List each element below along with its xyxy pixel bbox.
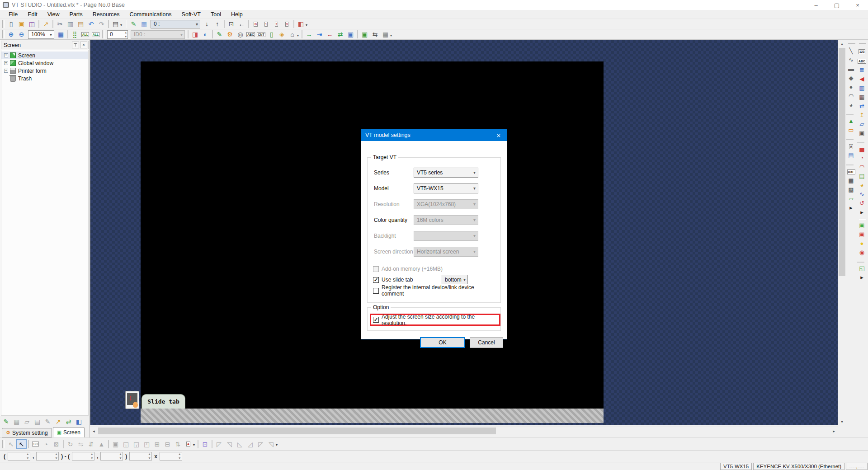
menu-edit[interactable]: Edit bbox=[23, 10, 42, 19]
slide-tab-handle-icon[interactable]: ↕ bbox=[125, 391, 139, 409]
text-display-part[interactable]: ABC bbox=[857, 56, 867, 66]
scroll-up-icon[interactable]: ▴ bbox=[838, 40, 846, 47]
scroll-right-icon[interactable]: ▸ bbox=[830, 427, 838, 435]
table-tool[interactable]: ▦ bbox=[846, 176, 856, 185]
panel-close-icon[interactable]: × bbox=[80, 42, 87, 48]
transfer-from-vt-button[interactable]: ← bbox=[325, 30, 335, 39]
vertical-scrollbar[interactable]: ▴ ▾ bbox=[838, 40, 845, 425]
interlock-switch-part[interactable]: ▣ bbox=[857, 230, 867, 239]
dxf-tool[interactable]: DXF bbox=[846, 167, 856, 176]
cancel-button[interactable]: Cancel bbox=[470, 337, 503, 348]
meter-part[interactable]: ◔ bbox=[857, 154, 867, 163]
vt-monitor-button[interactable]: ▣ bbox=[345, 30, 356, 39]
object-select-button[interactable]: ⊡ bbox=[226, 19, 236, 29]
x2-spinner[interactable] bbox=[72, 452, 94, 461]
select-special-button[interactable]: ↖ bbox=[6, 439, 16, 449]
resolution-select[interactable]: XGA(1024x768) bbox=[414, 199, 478, 209]
register-device-comment-checkbox[interactable] bbox=[373, 288, 379, 294]
addon-memory-checkbox[interactable] bbox=[373, 266, 379, 272]
layer-base-button[interactable]: B bbox=[250, 19, 261, 29]
export-screen-button[interactable]: ↗ bbox=[53, 417, 63, 426]
select-frame-button[interactable]: ◹ bbox=[224, 439, 235, 449]
buzzer-part[interactable]: ◀ bbox=[857, 75, 867, 84]
snap-parts-button[interactable]: ⣿ bbox=[70, 30, 80, 39]
x1-spinner[interactable] bbox=[8, 452, 30, 461]
redo-button[interactable]: ↷ bbox=[96, 19, 107, 29]
switch-part[interactable]: ▣ bbox=[857, 221, 867, 230]
print-button[interactable]: ▤ bbox=[110, 19, 121, 29]
screen-direction-select[interactable]: Horizontal screen bbox=[414, 247, 478, 257]
select-screen-button[interactable]: ◿ bbox=[245, 439, 255, 449]
menu-file[interactable]: File bbox=[4, 10, 23, 19]
communication-setting-button[interactable]: ⇆ bbox=[370, 30, 380, 39]
select-mode-button[interactable]: ◹ bbox=[266, 439, 276, 449]
more-graph-parts-button[interactable]: ▸ bbox=[857, 208, 867, 217]
flip-vertical-button[interactable]: ⇵ bbox=[86, 439, 96, 449]
copy-screen-button[interactable]: ▱ bbox=[22, 417, 32, 426]
align-button[interactable]: ▲ bbox=[96, 439, 107, 449]
model-select[interactable]: VT5-WX15 bbox=[414, 183, 478, 193]
memo-tool[interactable]: ▤ bbox=[846, 151, 856, 160]
move-up-button[interactable]: ↑ bbox=[212, 19, 222, 29]
scroll-left-icon[interactable]: ◂ bbox=[90, 427, 98, 435]
send-to-back-button[interactable]: ◰ bbox=[142, 439, 152, 449]
select-group-button[interactable]: ◸ bbox=[255, 439, 266, 449]
library-button[interactable]: ◈ bbox=[277, 30, 287, 39]
polyline-tool[interactable]: ∿ bbox=[846, 56, 856, 65]
sector-tool[interactable]: ◕ bbox=[846, 101, 856, 110]
align-all-horizontal-button[interactable]: ALL bbox=[80, 30, 90, 39]
menu-help[interactable]: Help bbox=[226, 10, 248, 19]
rotate-button[interactable]: ↻ bbox=[65, 439, 75, 449]
menu-resources[interactable]: Resources bbox=[88, 10, 125, 19]
select-area-button[interactable]: ◺ bbox=[235, 439, 245, 449]
multi-unit-button[interactable]: ▦ bbox=[380, 30, 391, 39]
menu-parts[interactable]: Parts bbox=[65, 10, 88, 19]
system-setting-button[interactable]: ⚙ bbox=[225, 30, 235, 39]
scatter-graph-part[interactable]: ↺ bbox=[857, 199, 867, 208]
rectangle-tool[interactable]: ▬ bbox=[846, 65, 856, 74]
layer-2-button[interactable]: 2 bbox=[271, 19, 282, 29]
screen-edit-small-button[interactable]: ✎ bbox=[1, 417, 11, 426]
screen-preview-button[interactable]: ◧ bbox=[74, 417, 84, 426]
save-button[interactable]: ◫ bbox=[27, 19, 37, 29]
slide-tab-position-select[interactable]: bottom bbox=[442, 275, 468, 284]
ungroup-button[interactable]: ◱ bbox=[121, 439, 131, 449]
tab-system-setting[interactable]: ⚙ System setting bbox=[2, 428, 52, 437]
dialog-title-bar[interactable]: VT model settings × bbox=[361, 129, 507, 141]
bar-graph-part[interactable]: ▅ bbox=[857, 145, 867, 154]
transfer-verify-button[interactable]: ⇄ bbox=[335, 30, 345, 39]
recipe-part[interactable]: ↥ bbox=[857, 111, 867, 120]
adjust-screen-size-checkbox[interactable] bbox=[373, 317, 379, 323]
dialog-close-icon[interactable]: × bbox=[491, 129, 507, 141]
tree-global-window[interactable]: + Global window bbox=[1, 59, 88, 67]
open-file-button[interactable]: ▣ bbox=[16, 19, 27, 29]
group-button[interactable]: ▣ bbox=[110, 439, 121, 449]
page-select[interactable]: 0 : bbox=[151, 20, 200, 28]
line-tool[interactable]: ╲ bbox=[846, 47, 856, 56]
restore-button[interactable]: ▢ bbox=[826, 0, 847, 10]
menu-view[interactable]: View bbox=[42, 10, 65, 19]
tree-printer-form[interactable]: + Printer form bbox=[1, 67, 88, 75]
lamp-part[interactable]: ● bbox=[857, 239, 867, 248]
zoom-out-button[interactable]: ⊖ bbox=[16, 30, 27, 39]
tree-expander-icon[interactable]: + bbox=[4, 61, 8, 65]
delete-button[interactable]: ⊠ bbox=[51, 439, 61, 449]
series-select[interactable]: VT5 series bbox=[414, 168, 478, 178]
layer-1-button[interactable]: 1 bbox=[261, 19, 271, 29]
paste-screen-button[interactable]: ▤ bbox=[32, 417, 42, 426]
ellipse-tool[interactable]: ● bbox=[846, 83, 856, 92]
movie-part[interactable]: ▦ bbox=[857, 93, 867, 102]
horizontal-scroll-thumb[interactable] bbox=[98, 428, 496, 434]
page-jump-button[interactable]: ↗ bbox=[41, 19, 51, 29]
zoom-in-button[interactable]: ⊕ bbox=[6, 30, 16, 39]
screen-property-button[interactable]: ✎ bbox=[42, 417, 53, 426]
frame-back-button[interactable]: ⊟ bbox=[162, 439, 173, 449]
back-button[interactable]: ← bbox=[236, 19, 247, 29]
tree-screen[interactable]: + Screen bbox=[1, 52, 88, 59]
polygon-tool[interactable]: ◆ bbox=[846, 74, 856, 83]
tab-screen[interactable]: ▣ Screen bbox=[53, 427, 85, 437]
screen-edit-button[interactable]: ✎ bbox=[128, 19, 139, 29]
trend-graph-part[interactable]: ∿ bbox=[857, 190, 867, 199]
minimize-button[interactable]: – bbox=[806, 0, 826, 10]
paste-button[interactable]: ▤ bbox=[75, 19, 86, 29]
